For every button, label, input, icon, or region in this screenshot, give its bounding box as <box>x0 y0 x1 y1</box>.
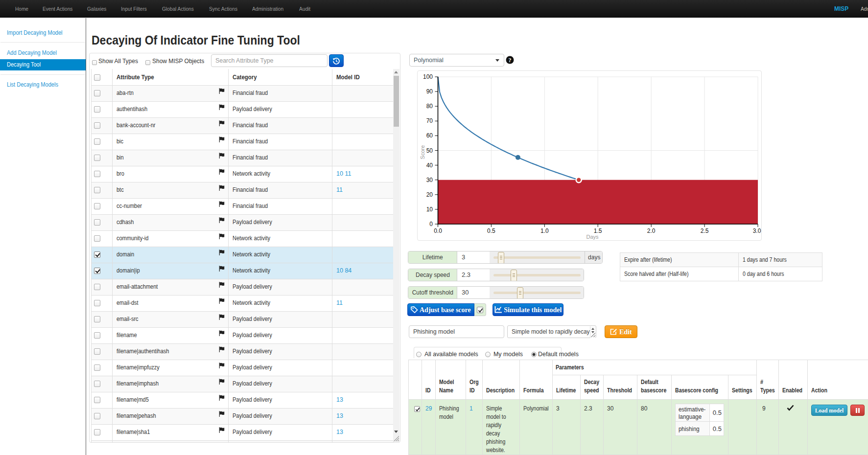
svg-text:10: 10 <box>426 206 433 213</box>
svg-text:1.0: 1.0 <box>540 228 549 234</box>
svg-text:60: 60 <box>426 132 433 139</box>
svg-text:Days: Days <box>586 234 599 240</box>
svg-text:90: 90 <box>426 88 433 95</box>
svg-text:40: 40 <box>426 162 433 169</box>
svg-text:Score: Score <box>420 145 425 159</box>
svg-text:?: ? <box>509 57 512 64</box>
svg-text:2.0: 2.0 <box>647 228 656 234</box>
svg-text:100: 100 <box>423 73 433 80</box>
svg-text:1.5: 1.5 <box>594 228 602 234</box>
svg-text:0: 0 <box>429 221 433 228</box>
svg-text:80: 80 <box>426 103 433 110</box>
svg-text:0.5: 0.5 <box>487 228 495 234</box>
svg-text:70: 70 <box>426 117 433 124</box>
svg-text:0.0: 0.0 <box>434 228 442 234</box>
svg-text:30: 30 <box>426 177 433 183</box>
svg-text:50: 50 <box>426 147 433 154</box>
svg-text:2.5: 2.5 <box>701 228 709 234</box>
svg-text:3.0: 3.0 <box>753 228 761 234</box>
svg-text:20: 20 <box>426 191 433 198</box>
